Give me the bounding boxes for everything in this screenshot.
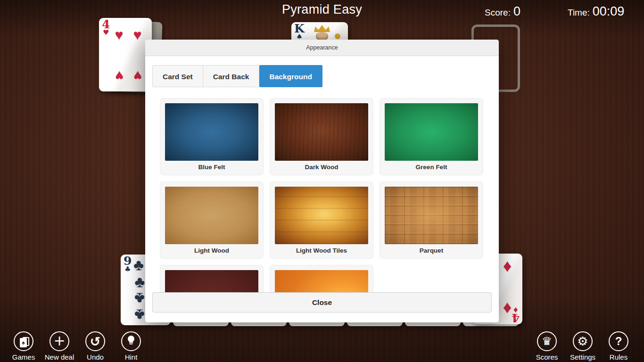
top-bar: Pyramid Easy Score:0 Time:00:09 (0, 0, 644, 22)
time-display: Time:00:09 (568, 4, 624, 19)
light-wood-tiles-swatch (275, 187, 368, 244)
heart-pip: ♥ (133, 28, 142, 42)
hint-button[interactable]: Hint (113, 331, 149, 361)
games-button[interactable]: ♠ Games (6, 331, 41, 361)
page-title: Pyramid Easy (0, 2, 644, 17)
toolbar-right: ♛ Scores ⚙ Settings ? Rules (529, 331, 636, 361)
club-pip: ♣ (134, 274, 145, 289)
lightbulb-icon (121, 331, 141, 351)
background-option-label: Blue Felt (160, 161, 263, 174)
new-deal-label: New deal (45, 353, 74, 361)
background-option-light-wood[interactable]: Light Wood (160, 182, 263, 258)
parquet-swatch (385, 187, 478, 244)
green-felt-swatch (385, 103, 478, 161)
question-icon: ? (609, 331, 628, 351)
club-pip: ♣ (134, 291, 145, 306)
gear-icon: ⚙ (573, 331, 593, 351)
undo-icon: ↺ (85, 331, 105, 351)
score-display: Score:0 (485, 4, 520, 19)
tab-card-set[interactable]: Card Set (152, 65, 203, 87)
plus-icon: + (50, 331, 69, 351)
background-option-green-felt[interactable]: Green Felt (380, 99, 483, 175)
scores-button[interactable]: ♛ Scores (529, 331, 565, 361)
club-pip: ♣ (134, 307, 145, 322)
background-option-blue-felt[interactable]: Blue Felt (160, 99, 263, 175)
diamond-pip: ♦ (503, 300, 512, 317)
heart-pip: ♥ (133, 69, 142, 83)
light-wood-swatch (165, 187, 258, 244)
blue-felt-swatch (165, 103, 258, 161)
time-label: Time: (568, 8, 590, 17)
appearance-tabs: Card Set Card Back Background (152, 65, 322, 87)
dark-wood-swatch (275, 103, 368, 161)
hint-label: Hint (125, 353, 138, 361)
card-corner-index: K ♠ (294, 23, 305, 40)
background-option-label: Parquet (380, 244, 483, 257)
undo-button[interactable]: ↺ Undo (77, 331, 113, 361)
background-option-label: Light Wood Tiles (270, 244, 373, 257)
dialog-title: Appearance (145, 40, 499, 56)
appearance-dialog: Appearance Card Set Card Back Background… (145, 40, 499, 322)
crown-icon: ♛ (537, 331, 557, 351)
heart-pip: ♥ (115, 28, 124, 42)
new-deal-button[interactable]: + New deal (41, 331, 77, 361)
cards-icon: ♠ (14, 331, 33, 351)
time-value: 00:09 (593, 4, 625, 18)
background-option-label: Light Wood (160, 244, 263, 257)
background-option-label: Dark Wood (270, 161, 373, 174)
game-table: Pyramid Easy Score:0 Time:00:09 4 ♥ ♥ ♥ … (0, 0, 644, 362)
background-option-light-wood-tiles[interactable]: Light Wood Tiles (270, 182, 373, 258)
close-button[interactable]: Close (152, 292, 492, 313)
background-option-parquet[interactable]: Parquet (380, 182, 483, 258)
score-label: Score: (485, 8, 511, 17)
toolbar-left: ♠ Games + New deal ↺ Undo Hint (6, 331, 149, 361)
club-pip: ♣ (133, 257, 144, 272)
score-value: 0 (513, 4, 520, 18)
background-option-label: Green Felt (380, 161, 483, 174)
settings-label: Settings (570, 353, 595, 361)
scores-label: Scores (536, 353, 558, 361)
undo-label: Undo (87, 353, 104, 361)
rules-button[interactable]: ? Rules (601, 331, 636, 361)
games-label: Games (12, 353, 35, 361)
king-crown-art (314, 25, 330, 32)
card-corner-index: 4 ♦ (512, 306, 520, 323)
rules-label: Rules (610, 353, 627, 361)
heart-pip: ♥ (115, 69, 124, 83)
tab-card-back[interactable]: Card Back (203, 65, 260, 87)
king-orb-art (335, 33, 340, 39)
background-option-dark-wood[interactable]: Dark Wood (270, 99, 373, 175)
card-corner-index: 9 ♣ (124, 255, 132, 272)
diamond-pip: ♦ (503, 257, 512, 274)
dialog-footer (145, 313, 499, 322)
tab-background[interactable]: Background (259, 65, 322, 87)
settings-button[interactable]: ⚙ Settings (565, 331, 601, 361)
card-4-of-hearts[interactable]: 4 ♥ ♥ ♥ ♥ ♥ (99, 18, 152, 91)
